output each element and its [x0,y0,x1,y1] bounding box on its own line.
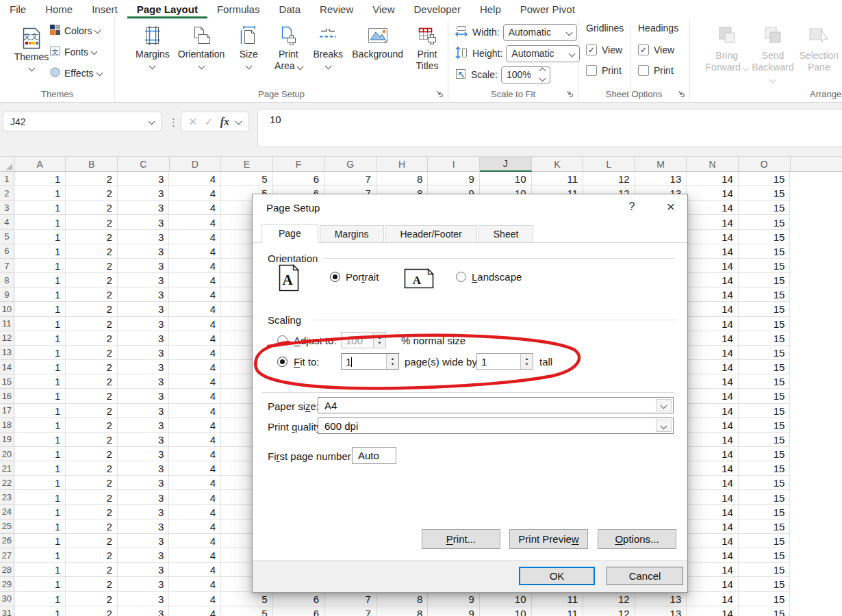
cell[interactable]: 2 [66,215,118,229]
cell[interactable]: 13 [635,172,687,186]
fit-to-tall-spinner[interactable]: 1 ▲▼ [476,353,533,370]
column-header-E[interactable]: E [221,157,273,172]
cell[interactable]: 12 [583,606,635,616]
spinner-up-icon[interactable]: ▲ [391,357,395,361]
first-page-number-field[interactable]: Auto [352,447,396,464]
menu-tab-data[interactable]: Data [269,0,310,18]
cell[interactable]: 4 [169,519,221,534]
cell[interactable]: 1 [14,418,66,433]
portrait-label[interactable]: Portrait [346,271,379,283]
menu-tab-review[interactable]: Review [310,0,363,18]
cell[interactable]: 1 [14,374,66,389]
cell[interactable]: 4 [169,302,221,316]
ok-button[interactable]: OK [519,567,595,585]
cell[interactable]: 7 [324,172,377,186]
cell[interactable]: 7 [324,592,377,606]
cell[interactable]: 5 [221,172,273,186]
orientation-button[interactable]: Orientation [174,18,229,68]
cell[interactable]: 2 [66,490,118,504]
tab-sheet[interactable]: Sheet [479,225,534,242]
gridlines-print-checkbox[interactable] [586,65,597,76]
cell[interactable]: 8 [377,592,429,606]
menu-tab-page-layout[interactable]: Page Layout [127,0,207,18]
menu-tab-view[interactable]: View [363,0,404,18]
column-header-K[interactable]: K [532,157,584,172]
cell[interactable]: 6 [273,606,325,616]
insert-function-icon[interactable]: fx [220,116,229,128]
row-header-12[interactable]: 12 [0,331,14,346]
cell[interactable]: 2 [66,374,118,389]
cell[interactable]: 4 [169,490,221,504]
cell[interactable]: 1 [14,476,66,490]
tab-header-footer[interactable]: Header/Footer [385,225,477,242]
cell[interactable]: 3 [118,461,170,476]
cell[interactable]: 3 [118,230,170,244]
cell[interactable]: 1 [14,592,66,606]
cell[interactable]: 4 [169,389,221,403]
cell[interactable]: 14 [687,389,739,403]
scale-to-fit-dialog-launcher[interactable] [565,89,574,99]
cell[interactable]: 4 [169,346,221,360]
cell[interactable]: 12 [583,592,635,606]
dropdown-button[interactable] [656,420,672,432]
spinner-down-icon[interactable]: ▼ [525,362,529,366]
cell[interactable]: 15 [739,215,791,229]
cell[interactable]: 1 [14,447,66,461]
dropdown-button[interactable] [656,399,672,411]
effects-button[interactable]: Effects [49,62,102,84]
row-header-9[interactable]: 9 [0,287,14,302]
background-button[interactable]: Background [348,18,407,60]
cell[interactable]: 15 [739,461,791,476]
cell[interactable]: 14 [687,447,739,461]
cell[interactable]: 3 [118,317,170,331]
cell[interactable]: 5 [221,592,273,606]
menu-tab-insert[interactable]: Insert [82,0,127,18]
cell[interactable]: 2 [66,519,118,534]
cell[interactable]: 15 [739,259,791,273]
spinner-down-icon[interactable]: ▼ [391,362,395,366]
row-header-23[interactable]: 23 [0,490,14,504]
cell[interactable]: 4 [169,259,221,273]
cell[interactable]: 15 [739,490,791,504]
cell[interactable]: 14 [687,273,739,287]
print-preview-button[interactable]: Print Preview [509,529,588,549]
column-header-L[interactable]: L [583,157,635,172]
cell[interactable]: 9 [428,606,480,616]
cell[interactable]: 15 [739,505,791,519]
cell[interactable]: 6 [273,172,325,186]
cell[interactable]: 1 [14,490,66,504]
cell[interactable]: 14 [687,230,739,244]
spinner-up-icon[interactable]: ▲ [525,357,529,361]
cell[interactable]: 4 [169,505,221,519]
cell[interactable]: 12 [583,172,635,186]
cell[interactable]: 14 [687,505,739,519]
cell[interactable]: 14 [687,563,739,577]
cell[interactable]: 4 [169,201,221,215]
fonts-button[interactable]: 文 Fonts [49,41,102,62]
cell[interactable]: 15 [739,172,791,186]
cell[interactable]: 1 [14,404,66,418]
cell[interactable]: 2 [66,331,118,346]
cell[interactable]: 14 [687,259,739,273]
cell[interactable]: 4 [169,244,221,259]
colors-button[interactable]: Colors [49,20,102,41]
cell[interactable]: 15 [739,389,791,403]
cell[interactable]: 4 [169,317,221,331]
breaks-button[interactable]: Breaks [308,18,348,68]
cell[interactable]: 4 [169,606,221,616]
cell[interactable]: 3 [118,273,170,287]
cell[interactable]: 15 [739,331,791,346]
column-header-A[interactable]: A [14,157,66,172]
cell[interactable]: 15 [739,548,791,563]
row-header-21[interactable]: 21 [0,461,14,476]
cell[interactable]: 1 [14,346,66,360]
print-quality-dropdown[interactable]: 600 dpi [318,418,674,434]
print-button[interactable]: Print... [422,529,500,549]
cell[interactable]: 4 [169,331,221,346]
gridlines-print-checkbox-row[interactable]: Print [586,60,624,81]
cell[interactable]: 14 [687,577,739,591]
cell[interactable]: 4 [169,461,221,476]
cell[interactable]: 13 [635,606,687,616]
cell[interactable]: 15 [739,287,791,302]
column-header-B[interactable]: B [66,157,118,172]
